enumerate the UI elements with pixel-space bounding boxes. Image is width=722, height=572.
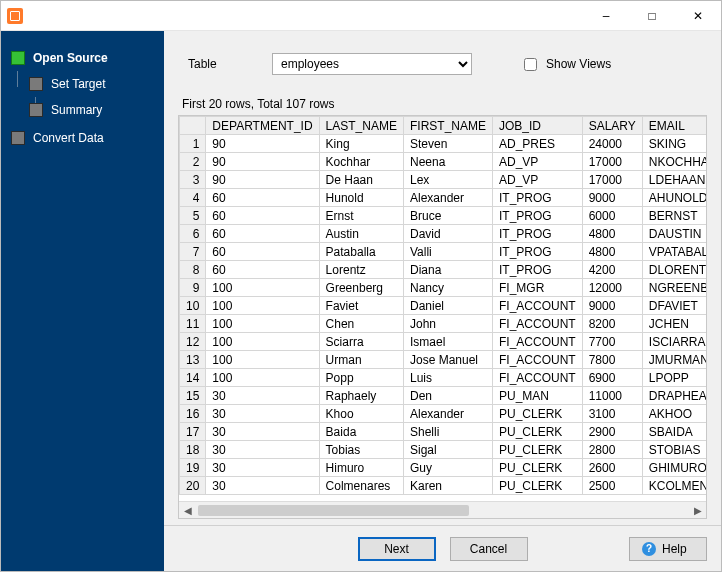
row-number[interactable]: 3 (180, 171, 206, 189)
cell[interactable]: 60 (206, 225, 319, 243)
cell[interactable]: IT_PROG (492, 189, 582, 207)
cell[interactable]: PU_CLERK (492, 477, 582, 495)
cell[interactable]: Colmenares (319, 477, 403, 495)
cell[interactable]: FI_ACCOUNT (492, 297, 582, 315)
table-row[interactable]: 10100FavietDanielFI_ACCOUNT9000DFAVIET (180, 297, 707, 315)
cell[interactable]: Lex (403, 171, 492, 189)
table-row[interactable]: 560ErnstBruceIT_PROG6000BERNST (180, 207, 707, 225)
cell[interactable]: 24000 (582, 135, 642, 153)
column-header[interactable]: FIRST_NAME (403, 117, 492, 135)
cell[interactable]: Jose Manuel (403, 351, 492, 369)
cell[interactable]: 60 (206, 243, 319, 261)
cell[interactable]: IT_PROG (492, 243, 582, 261)
cell[interactable]: 9000 (582, 189, 642, 207)
cell[interactable]: 2900 (582, 423, 642, 441)
cell[interactable]: Khoo (319, 405, 403, 423)
cell[interactable]: Urman (319, 351, 403, 369)
cell[interactable]: FI_ACCOUNT (492, 315, 582, 333)
row-number[interactable]: 16 (180, 405, 206, 423)
cell[interactable]: 7700 (582, 333, 642, 351)
cell[interactable]: SKING (642, 135, 706, 153)
cell[interactable]: 2600 (582, 459, 642, 477)
step-convert-data[interactable]: Convert Data (1, 125, 164, 151)
cell[interactable]: 30 (206, 387, 319, 405)
row-number[interactable]: 20 (180, 477, 206, 495)
cell[interactable]: FI_MGR (492, 279, 582, 297)
table-row[interactable]: 460HunoldAlexanderIT_PROG9000AHUNOLD (180, 189, 707, 207)
help-button[interactable]: ? Help (629, 537, 707, 561)
cell[interactable]: 4800 (582, 243, 642, 261)
cell[interactable]: AD_PRES (492, 135, 582, 153)
cell[interactable]: 7800 (582, 351, 642, 369)
column-header[interactable]: EMAIL (642, 117, 706, 135)
cell[interactable]: Bruce (403, 207, 492, 225)
cell[interactable]: JCHEN (642, 315, 706, 333)
table-row[interactable]: 1930HimuroGuyPU_CLERK2600GHIMURO (180, 459, 707, 477)
cell[interactable]: John (403, 315, 492, 333)
scroll-thumb[interactable] (198, 505, 469, 516)
cell[interactable]: Neena (403, 153, 492, 171)
cell[interactable]: JMURMAN (642, 351, 706, 369)
cell[interactable]: 100 (206, 369, 319, 387)
cell[interactable]: AKHOO (642, 405, 706, 423)
cell[interactable]: Raphaely (319, 387, 403, 405)
column-header[interactable]: LAST_NAME (319, 117, 403, 135)
cell[interactable]: 60 (206, 207, 319, 225)
horizontal-scrollbar[interactable]: ◀ ▶ (179, 501, 706, 518)
cell[interactable]: 3100 (582, 405, 642, 423)
cell[interactable]: 6000 (582, 207, 642, 225)
cell[interactable]: Sigal (403, 441, 492, 459)
cell[interactable]: FI_ACCOUNT (492, 333, 582, 351)
cell[interactable]: 4200 (582, 261, 642, 279)
cell[interactable]: FI_ACCOUNT (492, 369, 582, 387)
cell[interactable]: Nancy (403, 279, 492, 297)
row-number[interactable]: 18 (180, 441, 206, 459)
cell[interactable]: 30 (206, 423, 319, 441)
row-number[interactable]: 8 (180, 261, 206, 279)
cell[interactable]: PU_MAN (492, 387, 582, 405)
cell[interactable]: 60 (206, 261, 319, 279)
cell[interactable]: AHUNOLD (642, 189, 706, 207)
cell[interactable]: Valli (403, 243, 492, 261)
cell[interactable]: Hunold (319, 189, 403, 207)
cell[interactable]: 90 (206, 171, 319, 189)
step-set-target[interactable]: Set Target (19, 71, 164, 97)
cell[interactable]: 100 (206, 315, 319, 333)
cell[interactable]: Sciarra (319, 333, 403, 351)
row-number[interactable]: 12 (180, 333, 206, 351)
table-row[interactable]: 11100ChenJohnFI_ACCOUNT8200JCHEN (180, 315, 707, 333)
column-header[interactable]: SALARY (582, 117, 642, 135)
cell[interactable]: Alexander (403, 405, 492, 423)
cell[interactable]: PU_CLERK (492, 423, 582, 441)
cancel-button[interactable]: Cancel (450, 537, 528, 561)
table-row[interactable]: 1830TobiasSigalPU_CLERK2800STOBIAS (180, 441, 707, 459)
cell[interactable]: STOBIAS (642, 441, 706, 459)
cell[interactable]: IT_PROG (492, 225, 582, 243)
cell[interactable]: 30 (206, 405, 319, 423)
row-number[interactable]: 10 (180, 297, 206, 315)
close-button[interactable]: ✕ (675, 1, 721, 31)
cell[interactable]: Greenberg (319, 279, 403, 297)
cell[interactable]: PU_CLERK (492, 405, 582, 423)
cell[interactable]: 100 (206, 351, 319, 369)
cell[interactable]: SBAIDA (642, 423, 706, 441)
table-row[interactable]: 12100SciarraIsmaelFI_ACCOUNT7700ISCIARRA (180, 333, 707, 351)
cell[interactable]: Chen (319, 315, 403, 333)
cell[interactable]: 100 (206, 297, 319, 315)
cell[interactable]: Guy (403, 459, 492, 477)
cell[interactable]: DFAVIET (642, 297, 706, 315)
cell[interactable]: Karen (403, 477, 492, 495)
cell[interactable]: LPOPP (642, 369, 706, 387)
cell[interactable]: De Haan (319, 171, 403, 189)
row-number[interactable]: 5 (180, 207, 206, 225)
row-number[interactable]: 17 (180, 423, 206, 441)
cell[interactable]: Himuro (319, 459, 403, 477)
cell[interactable]: NKOCHHAR (642, 153, 706, 171)
cell[interactable]: Austin (319, 225, 403, 243)
cell[interactable]: AD_VP (492, 171, 582, 189)
cell[interactable]: ISCIARRA (642, 333, 706, 351)
table-row[interactable]: 14100PoppLuisFI_ACCOUNT6900LPOPP (180, 369, 707, 387)
column-header[interactable]: DEPARTMENT_ID (206, 117, 319, 135)
cell[interactable]: Kochhar (319, 153, 403, 171)
cell[interactable]: 2500 (582, 477, 642, 495)
